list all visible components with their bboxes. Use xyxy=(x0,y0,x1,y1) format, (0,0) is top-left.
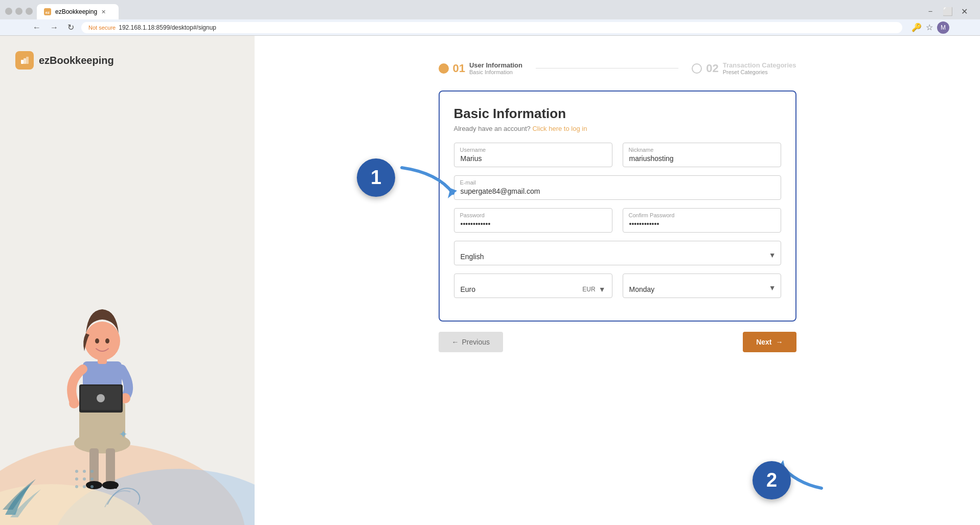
step-2-number: 02 xyxy=(706,62,718,75)
username-input[interactable] xyxy=(454,143,612,167)
url-bar[interactable]: Not secure 192.168.1.18:8599/desktop#/si… xyxy=(81,22,902,33)
step-1-labels: User Information Basic Information xyxy=(469,61,522,75)
not-secure-label: Not secure xyxy=(88,25,116,31)
username-group: Username xyxy=(454,143,612,167)
currency-wrap: Euro EUR ▼ xyxy=(454,273,612,298)
svg-text:ez: ez xyxy=(45,10,50,15)
window-minimize-btn[interactable]: － xyxy=(924,5,937,18)
step-1-subtitle: Basic Information xyxy=(469,69,522,75)
svg-point-31 xyxy=(90,477,94,481)
tab-close-button[interactable]: ✕ xyxy=(101,9,106,15)
logo-icon xyxy=(15,51,34,70)
next-label: Next xyxy=(756,338,771,346)
email-row: E-mail xyxy=(454,175,781,200)
window-close-btn[interactable]: ✕ xyxy=(959,6,970,17)
form-card: Basic Information Already have an accoun… xyxy=(439,90,796,322)
login-link[interactable]: Click here to log in xyxy=(532,125,587,132)
svg-point-18 xyxy=(84,322,120,360)
page-container: ezBookkeeping xyxy=(0,36,980,525)
step-2: 02 Transaction Categories Preset Categor… xyxy=(692,61,796,75)
stepper: 01 User Information Basic Information 02… xyxy=(439,61,796,75)
svg-point-27 xyxy=(83,470,86,473)
tab-favicon: ez xyxy=(44,8,51,15)
step-1: 01 User Information Basic Information xyxy=(439,61,523,75)
step-badge-2: 2 xyxy=(753,461,791,499)
svg-text:✦: ✦ xyxy=(119,428,128,441)
language-group: Language English Deutsch Français Españo… xyxy=(454,241,781,265)
step-1-circle xyxy=(439,63,449,74)
close-button[interactable] xyxy=(26,8,33,15)
svg-point-12 xyxy=(69,398,79,408)
step-badge-1: 1 xyxy=(357,158,395,197)
key-icon[interactable]: 🔑 xyxy=(911,22,922,32)
currency-value: Euro xyxy=(461,285,583,293)
back-button[interactable]: ← xyxy=(31,22,43,33)
nickname-input[interactable] xyxy=(623,143,781,167)
username-nickname-row: Username Nickname xyxy=(454,143,781,167)
svg-point-26 xyxy=(75,470,78,473)
language-select-wrap: English Deutsch Français Español ▼ xyxy=(454,241,781,265)
svg-rect-3 xyxy=(21,60,24,64)
step-2-title: Transaction Categories xyxy=(723,61,796,69)
svg-rect-4 xyxy=(24,58,26,64)
svg-rect-5 xyxy=(26,57,29,64)
profile-avatar[interactable]: M xyxy=(937,21,949,34)
svg-point-19 xyxy=(95,338,99,344)
password-input[interactable] xyxy=(454,208,612,233)
step-1-number: 01 xyxy=(453,62,465,75)
currency-code: EUR xyxy=(582,286,595,293)
currency-display[interactable]: Euro EUR ▼ xyxy=(454,273,612,298)
bookmark-icon[interactable]: ☆ xyxy=(926,22,933,32)
first-day-select-wrap: Monday Sunday Saturday ▼ xyxy=(623,273,781,298)
next-button[interactable]: Next → xyxy=(743,332,796,352)
stepper-line xyxy=(536,68,678,69)
first-day-select[interactable]: Monday Sunday Saturday xyxy=(623,273,781,298)
step-1-title: User Information xyxy=(469,61,522,69)
nickname-group: Nickname xyxy=(623,143,781,167)
logo-area: ezBookkeeping xyxy=(15,51,114,70)
svg-point-29 xyxy=(75,477,78,481)
currency-week-row: Default Currency Euro EUR ▼ First Day of… xyxy=(454,273,781,298)
forward-button[interactable]: → xyxy=(48,22,60,33)
first-day-group: First Day of Week Monday Sunday Saturday… xyxy=(623,273,781,298)
email-input[interactable] xyxy=(454,175,781,200)
tab-title: ezBookkeeping xyxy=(55,8,97,15)
maximize-button[interactable] xyxy=(15,8,22,15)
email-group: E-mail xyxy=(454,175,781,200)
window-restore-btn[interactable]: ⬜ xyxy=(941,6,955,17)
left-panel: ezBookkeeping xyxy=(0,36,255,525)
password-group: Password xyxy=(454,208,612,233)
prev-arrow-icon: ← xyxy=(452,338,459,346)
illustration: ✦ xyxy=(0,193,255,525)
nav-buttons: ← Previous Next → xyxy=(439,332,796,352)
refresh-button[interactable]: ↻ xyxy=(65,21,76,33)
app-logo-text: ezBookkeeping xyxy=(39,55,114,66)
right-panel: 1 01 User Information Basic Information xyxy=(255,36,980,525)
address-bar: ← → ↻ Not secure 192.168.1.18:8599/deskt… xyxy=(0,19,980,36)
svg-point-16 xyxy=(97,394,105,402)
prev-label: Previous xyxy=(462,338,490,346)
language-select[interactable]: English Deutsch Français Español xyxy=(454,241,781,265)
currency-group: Default Currency Euro EUR ▼ xyxy=(454,273,612,298)
svg-point-34 xyxy=(90,485,94,488)
currency-arrow-icon: ▼ xyxy=(599,285,606,293)
login-prompt: Already have an account? Click here to l… xyxy=(454,125,781,132)
url-text: 192.168.1.18:8599/desktop#/signup xyxy=(119,24,216,31)
form-title: Basic Information xyxy=(454,106,781,122)
confirm-password-input[interactable] xyxy=(623,208,781,233)
next-arrow-icon: → xyxy=(776,338,783,346)
step-2-subtitle: Preset Categories xyxy=(723,69,796,75)
browser-chrome: ez ezBookkeeping ✕ － ⬜ ✕ ← → ↻ Not secur… xyxy=(0,0,980,36)
window-controls[interactable] xyxy=(5,8,33,15)
svg-point-20 xyxy=(105,338,109,344)
step-2-labels: Transaction Categories Preset Categories xyxy=(723,61,796,75)
language-row: Language English Deutsch Français Españo… xyxy=(454,241,781,265)
svg-point-32 xyxy=(75,485,78,488)
minimize-button[interactable] xyxy=(5,8,12,15)
password-row: Password Confirm Password xyxy=(454,208,781,233)
browser-tab[interactable]: ez ezBookkeeping ✕ xyxy=(37,4,119,19)
arrow-1 xyxy=(397,163,458,206)
confirm-password-group: Confirm Password xyxy=(623,208,781,233)
previous-button[interactable]: ← Previous xyxy=(439,332,503,352)
svg-point-33 xyxy=(83,485,86,488)
